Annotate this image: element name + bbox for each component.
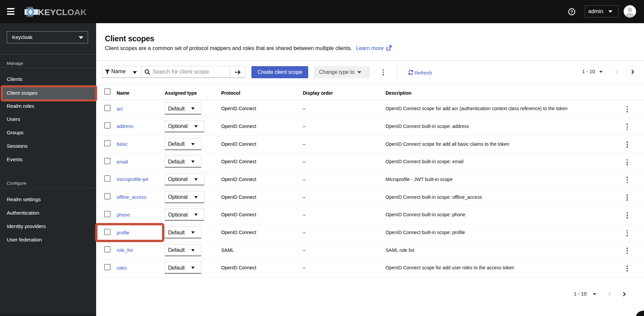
svg-text:KEYCLOAK: KEYCLOAK xyxy=(38,8,87,17)
svg-text:?: ? xyxy=(570,9,573,14)
